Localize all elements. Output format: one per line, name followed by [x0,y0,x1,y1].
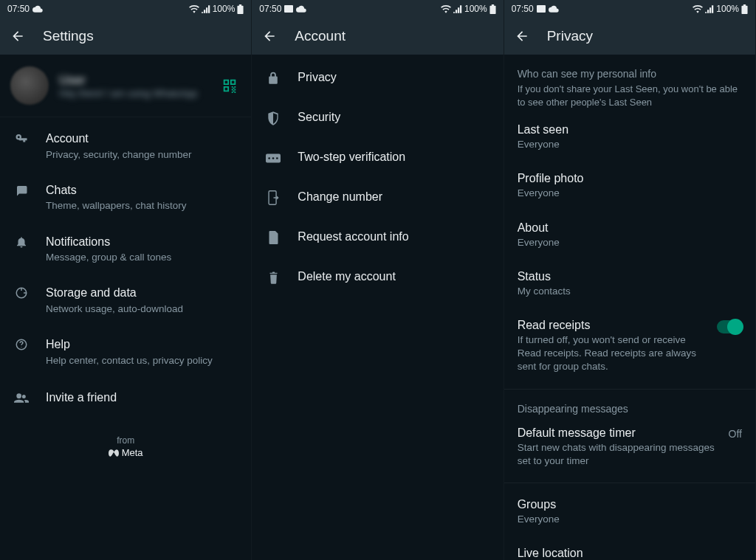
item-sub: Start new chats with disappearing messag… [518,441,720,468]
cloud-icon [32,5,43,13]
account-list: Privacy Security Two-step verification C… [252,55,503,297]
signal-icon [202,5,210,13]
image-icon [284,5,293,13]
account-item-security[interactable]: Security [252,97,503,137]
privacy-screen: 07:50 100% Privacy [504,0,756,560]
item-title: Two-step verification [298,149,489,165]
bell-icon [13,235,30,249]
account-item-twostep[interactable]: Two-step verification [252,137,503,177]
item-sub: Help center, contact us, privacy policy [46,354,238,367]
signal-icon [705,5,714,13]
settings-item-invite[interactable]: Invite a friend [0,378,251,418]
document-icon [265,231,281,244]
settings-list: Account Privacy, security, change number… [0,117,251,458]
privacy-item-readreceipts[interactable]: Read receipts If turned off, you won't s… [504,308,755,384]
item-value: My contacts [518,285,742,298]
section-title: Who can see my personal info [518,68,742,80]
item-value: Everyone [518,187,742,200]
pin-icon [265,153,281,163]
item-title: Security [298,109,489,125]
page-title: Privacy [547,28,593,44]
item-title: Notifications [46,234,238,250]
svg-point-1 [269,157,271,159]
app-bar: Settings [0,18,251,55]
item-title: Privacy [298,69,489,86]
shield-icon [265,111,281,125]
back-icon[interactable] [10,29,25,44]
item-sub: Message, group & call tones [46,251,238,264]
item-sub: If turned off, you won't send or receive… [518,333,708,374]
privacy-list: Who can see my personal info If you don'… [504,55,755,560]
back-icon[interactable] [515,29,529,44]
profile-status: Hey there! I am using WhatsApp [59,88,211,99]
qr-icon[interactable] [221,77,238,94]
divider [504,389,755,390]
privacy-item-defaulttimer[interactable]: Default message timer Start new chats wi… [504,416,755,478]
account-item-privacy[interactable]: Privacy [252,58,503,97]
item-sub: Theme, wallpapers, chat history [46,199,238,212]
svg-point-2 [272,157,275,159]
item-title: Request account info [298,229,489,245]
item-title: Storage and data [46,285,238,301]
item-value: Everyone [518,236,742,249]
image-icon [537,5,546,13]
status-bar: 07:50 100% [504,0,755,18]
privacy-item-about[interactable]: About Everyone [504,211,755,260]
account-item-requestinfo[interactable]: Request account info [252,217,503,257]
cloud-icon [296,5,306,13]
svg-point-3 [276,157,278,159]
battery-icon [237,4,244,14]
footer-from: from [0,435,251,446]
settings-item-chats[interactable]: Chats Theme, wallpapers, chat history [0,172,251,224]
people-icon [13,393,30,404]
status-time: 07:50 [512,4,534,14]
page-title: Settings [43,28,94,44]
chat-icon [13,184,30,197]
item-title: Chats [46,182,238,198]
wifi-icon [189,5,199,13]
wifi-icon [441,5,451,13]
item-title: Default message timer [518,426,720,440]
privacy-item-lastseen[interactable]: Last seen Everyone [504,113,755,162]
toggle-on[interactable] [717,320,742,333]
item-title: Delete my account [298,269,489,285]
battery-icon [741,4,748,14]
account-item-delete[interactable]: Delete my account [252,257,503,297]
privacy-item-profilephoto[interactable]: Profile photo Everyone [504,162,755,210]
storage-icon [13,286,30,300]
avatar [10,66,49,105]
section-personal-info: Who can see my personal info If you don'… [504,55,755,113]
app-bar: Account [252,18,503,55]
item-title: About [518,221,742,235]
back-icon[interactable] [262,29,277,44]
item-title: Status [518,270,742,283]
app-bar: Privacy [504,18,755,55]
settings-item-help[interactable]: Help Help center, contact us, privacy po… [0,326,251,378]
privacy-item-status[interactable]: Status My contacts [504,260,755,308]
status-time: 07:50 [259,4,281,14]
status-bar: 07:50 100% [252,0,503,18]
battery-pct: 100% [213,4,236,14]
settings-item-notifications[interactable]: Notifications Message, group & call tone… [0,224,251,275]
footer-brand-text: Meta [122,447,143,458]
profile-row[interactable]: User Hey there! I am using WhatsApp [0,55,251,117]
wifi-icon [693,5,703,13]
cloud-icon [549,5,559,13]
settings-screen: 07:50 100% Settings User Hey t [0,0,252,560]
item-title: Change number [298,189,489,205]
battery-icon [489,4,496,14]
privacy-item-livelocation[interactable]: Live location None [504,536,755,560]
account-item-changenumber[interactable]: Change number [252,177,503,217]
privacy-item-groups[interactable]: Groups Everyone [504,488,755,536]
item-title: Live location [518,547,742,560]
meta-icon [109,449,119,457]
profile-name: User [59,73,211,88]
section-title: Disappearing messages [518,403,742,415]
battery-pct: 100% [716,4,739,14]
settings-item-account[interactable]: Account Privacy, security, change number [0,120,251,172]
settings-item-storage[interactable]: Storage and data Network usage, auto-dow… [0,274,251,326]
status-bar: 07:50 100% [0,0,251,18]
profile-texts: User Hey there! I am using WhatsApp [59,73,211,99]
item-title: Last seen [518,123,742,136]
item-value: Everyone [518,138,742,151]
